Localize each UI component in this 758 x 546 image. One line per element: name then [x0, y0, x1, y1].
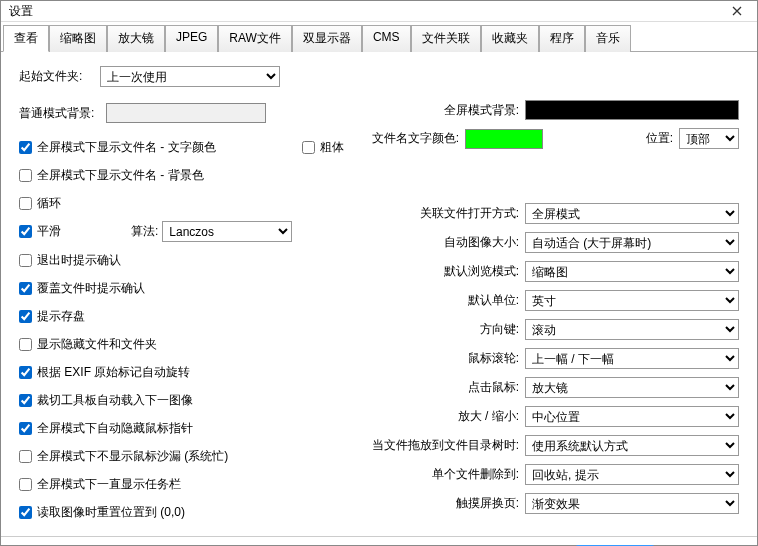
- tab-music[interactable]: 音乐: [585, 25, 631, 52]
- r-select-6[interactable]: 放大镜: [525, 377, 739, 398]
- tab-raw[interactable]: RAW文件: [218, 25, 292, 52]
- start-folder-select[interactable]: 上一次使用: [100, 66, 280, 87]
- chk-confirm-overwrite[interactable]: [19, 282, 32, 295]
- r-label-6: 点击鼠标:: [468, 379, 519, 396]
- r-label-7: 放大 / 缩小:: [458, 408, 519, 425]
- tab-bar: 查看 缩略图 放大镜 JPEG RAW文件 双显示器 CMS 文件关联 收藏夹 …: [1, 22, 757, 52]
- chk-no-busy-cursor[interactable]: [19, 450, 32, 463]
- chk-bold[interactable]: [302, 141, 315, 154]
- r-label-9: 单个文件删除到:: [432, 466, 519, 483]
- r-select-10[interactable]: 渐变效果: [525, 493, 739, 514]
- titlebar: 设置: [1, 1, 757, 22]
- r-label-2: 默认浏览模式:: [444, 263, 519, 280]
- r-select-7[interactable]: 中心位置: [525, 406, 739, 427]
- r-label-8: 当文件拖放到文件目录树时:: [372, 437, 519, 454]
- r-select-2[interactable]: 缩略图: [525, 261, 739, 282]
- tab-programs[interactable]: 程序: [539, 25, 585, 52]
- r-select-8[interactable]: 使用系统默认方式: [525, 435, 739, 456]
- r-label-4: 方向键:: [480, 321, 519, 338]
- tab-favorites[interactable]: 收藏夹: [481, 25, 539, 52]
- r-label-5: 鼠标滚轮:: [468, 350, 519, 367]
- r-label-0: 关联文件打开方式:: [420, 205, 519, 222]
- filename-textcolor-swatch[interactable]: [465, 129, 543, 149]
- right-column: 全屏模式背景: 文件名文字颜色: 位置: 顶部 关联文件打开方式:全屏模式 自动…: [372, 66, 739, 530]
- chk-show-hidden[interactable]: [19, 338, 32, 351]
- chk-exif-rotate[interactable]: [19, 366, 32, 379]
- tab-jpeg[interactable]: JPEG: [165, 25, 218, 52]
- footer: 重置 确定 取消: [1, 536, 757, 546]
- left-column: 起始文件夹: 上一次使用 普通模式背景: 全屏模式下显示文件名 - 文字颜色 粗…: [19, 66, 344, 530]
- normal-bg-swatch[interactable]: [106, 103, 266, 123]
- start-folder-label: 起始文件夹:: [19, 68, 82, 85]
- fullscreen-bg-swatch[interactable]: [525, 100, 739, 120]
- chk-fullscreen-fn-bgcolor[interactable]: [19, 169, 32, 182]
- chk-always-taskbar[interactable]: [19, 478, 32, 491]
- window-title: 设置: [9, 3, 33, 20]
- tab-dual-monitor[interactable]: 双显示器: [292, 25, 362, 52]
- tab-content: 起始文件夹: 上一次使用 普通模式背景: 全屏模式下显示文件名 - 文字颜色 粗…: [1, 52, 757, 536]
- close-button[interactable]: [723, 1, 751, 21]
- r-select-9[interactable]: 回收站, 提示: [525, 464, 739, 485]
- tab-cms[interactable]: CMS: [362, 25, 411, 52]
- r-label-10: 触摸屏换页:: [456, 495, 519, 512]
- position-label: 位置:: [646, 130, 673, 147]
- filename-textcolor-label: 文件名文字颜色:: [372, 130, 459, 147]
- chk-crop-autoload[interactable]: [19, 394, 32, 407]
- chk-loop[interactable]: [19, 197, 32, 210]
- r-select-4[interactable]: 滚动: [525, 319, 739, 340]
- r-select-3[interactable]: 英寸: [525, 290, 739, 311]
- tab-thumbnail[interactable]: 缩略图: [49, 25, 107, 52]
- fullscreen-bg-label: 全屏模式背景:: [372, 102, 519, 119]
- chk-hide-cursor[interactable]: [19, 422, 32, 435]
- chk-fullscreen-fn-textcolor[interactable]: [19, 141, 32, 154]
- r-select-0[interactable]: 全屏模式: [525, 203, 739, 224]
- r-label-1: 自动图像大小:: [444, 234, 519, 251]
- chk-reset-00[interactable]: [19, 506, 32, 519]
- tab-magnifier[interactable]: 放大镜: [107, 25, 165, 52]
- settings-window: 设置 查看 缩略图 放大镜 JPEG RAW文件 双显示器 CMS 文件关联 收…: [0, 0, 758, 546]
- chk-disk-prompt[interactable]: [19, 310, 32, 323]
- position-select[interactable]: 顶部: [679, 128, 739, 149]
- r-select-5[interactable]: 上一幅 / 下一幅: [525, 348, 739, 369]
- r-label-3: 默认单位:: [468, 292, 519, 309]
- normal-bg-label: 普通模式背景:: [19, 105, 94, 122]
- close-icon: [732, 6, 742, 16]
- r-select-1[interactable]: 自动适合 (大于屏幕时): [525, 232, 739, 253]
- chk-smooth[interactable]: [19, 225, 32, 238]
- tab-view[interactable]: 查看: [3, 25, 49, 52]
- chk-confirm-exit[interactable]: [19, 254, 32, 267]
- algo-label: 算法:: [131, 223, 158, 240]
- algo-select[interactable]: Lanczos: [162, 221, 292, 242]
- tab-file-assoc[interactable]: 文件关联: [411, 25, 481, 52]
